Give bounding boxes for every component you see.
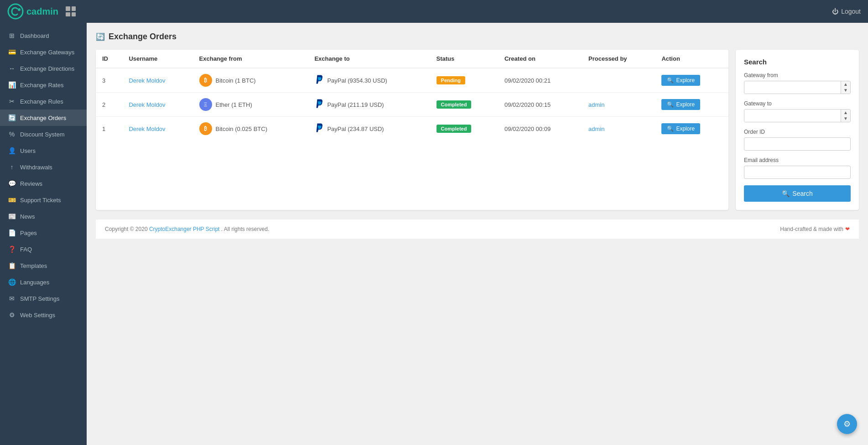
col-exchange-to: Exchange to: [308, 50, 430, 68]
power-icon: ⏻: [832, 8, 838, 15]
cell-status: Completed: [430, 93, 498, 117]
sidebar-item-exchange-rates[interactable]: 📊 Exchange Rates: [0, 77, 87, 93]
gateway-to-spin-up[interactable]: ▲: [841, 110, 850, 116]
cell-exchange-from: ₿Bitcoin (1 BTC): [193, 68, 308, 93]
col-action: Action: [655, 50, 728, 68]
cell-exchange-to: PayPal (9354.30 USD): [308, 68, 430, 93]
gateway-from-input[interactable]: [744, 81, 841, 94]
col-id: ID: [96, 50, 122, 68]
exchange-directions-icon: ↔: [8, 65, 16, 72]
sidebar-item-dashboard[interactable]: ⊞ Dashboard: [0, 27, 87, 44]
sidebar: ⊞ Dashboard 💳 Exchange Gateways ↔ Exchan…: [0, 23, 87, 445]
sidebar-item-users[interactable]: 👤 Users: [0, 142, 87, 159]
gateway-from-spin-up[interactable]: ▲: [841, 81, 850, 88]
sidebar-item-exchange-directions[interactable]: ↔ Exchange Directions: [0, 60, 87, 77]
paypal-icon: [314, 74, 323, 87]
user-link[interactable]: Derek Moldov: [129, 126, 165, 132]
settings-fab[interactable]: ⚙: [837, 414, 857, 434]
sidebar-item-smtp-settings[interactable]: ✉ SMTP Settings: [0, 290, 87, 307]
sidebar-label-reviews: Reviews: [20, 180, 42, 187]
table-row: 2Derek MoldovΞEther (1 ETH)PayPal (211.1…: [96, 93, 728, 117]
sidebar-item-reviews[interactable]: 💬 Reviews: [0, 175, 87, 192]
gateway-to-wrapper: ▲ ▼: [744, 109, 851, 122]
users-icon: 👤: [8, 147, 16, 154]
eth-icon: Ξ: [199, 98, 212, 111]
faq-icon: ❓: [8, 246, 16, 253]
sidebar-label-exchange-orders: Exchange Orders: [20, 115, 66, 121]
sidebar-item-faq[interactable]: ❓ FAQ: [0, 241, 87, 257]
orders-table-card: ID Username Exchange from Exchange to St…: [96, 50, 728, 210]
cell-exchange-to: PayPal (211.19 USD): [308, 93, 430, 117]
sidebar-item-templates[interactable]: 📋 Templates: [0, 257, 87, 274]
exchange-gateways-icon: 💳: [8, 48, 16, 56]
gateway-from-spin-down[interactable]: ▼: [841, 88, 850, 94]
col-exchange-from: Exchange from: [193, 50, 308, 68]
footer-link[interactable]: CryptoExchanger PHP Script: [149, 226, 220, 232]
content-wrapper: ID Username Exchange from Exchange to St…: [96, 50, 859, 210]
paypal-icon: [314, 99, 323, 111]
email-input[interactable]: [744, 166, 851, 179]
cell-username: Derek Moldov: [122, 93, 192, 117]
cell-action: 🔍 Explore: [655, 93, 728, 117]
settings-fab-icon: ⚙: [843, 419, 851, 429]
user-link[interactable]: Derek Moldov: [129, 101, 165, 108]
search-button[interactable]: 🔍 Search: [744, 185, 851, 202]
svg-point-0: [8, 4, 23, 19]
support-tickets-icon: 🎫: [8, 196, 16, 204]
sidebar-item-pages[interactable]: 📄 Pages: [0, 225, 87, 241]
footer-right: Hand-crafted & made with ❤: [780, 226, 850, 232]
sidebar-label-dashboard: Dashboard: [20, 32, 49, 39]
order-id-label: Order ID: [744, 129, 851, 135]
exchange-rates-icon: 📊: [8, 81, 16, 89]
logout-button[interactable]: ⏻ Logout: [832, 8, 861, 15]
dashboard-icon: ⊞: [8, 32, 16, 39]
cell-created-on: 09/02/2020 00:21: [498, 68, 582, 93]
order-id-input[interactable]: [744, 137, 851, 151]
web-settings-icon: ⚙: [8, 311, 16, 319]
btc-icon: ₿: [199, 122, 212, 135]
sidebar-item-discount-system[interactable]: % Discount System: [0, 126, 87, 142]
search-panel-title: Search: [744, 58, 851, 66]
sidebar-label-support-tickets: Support Tickets: [20, 197, 61, 204]
gateway-to-label: Gateway to: [744, 100, 851, 107]
cell-created-on: 09/02/2020 00:09: [498, 117, 582, 141]
cell-status: Pending: [430, 68, 498, 93]
status-badge: Pending: [437, 76, 465, 84]
logo: cadmin: [7, 3, 58, 20]
processed-by-link[interactable]: admin: [588, 101, 604, 108]
user-link[interactable]: Derek Moldov: [129, 77, 165, 84]
cell-id: 3: [96, 68, 122, 93]
explore-button[interactable]: 🔍 Explore: [661, 75, 700, 86]
sidebar-label-withdrawals: Withdrawals: [20, 164, 52, 171]
templates-icon: 📋: [8, 262, 16, 269]
sidebar-item-languages[interactable]: 🌐 Languages: [0, 274, 87, 290]
sidebar-item-exchange-orders[interactable]: 🔄 Exchange Orders: [0, 110, 87, 126]
table-body: 3Derek Moldov₿Bitcoin (1 BTC)PayPal (935…: [96, 68, 728, 141]
exchange-orders-icon: 🔄: [8, 114, 16, 121]
sidebar-item-exchange-rules[interactable]: ✂ Exchange Rules: [0, 93, 87, 110]
sidebar-label-languages: Languages: [20, 279, 49, 286]
table-row: 1Derek Moldov₿Bitcoin (0.025 BTC)PayPal …: [96, 117, 728, 141]
cell-id: 1: [96, 117, 122, 141]
gateway-to-input[interactable]: [744, 110, 841, 122]
gateway-from-label: Gateway from: [744, 72, 851, 79]
gateway-to-spin-down[interactable]: ▼: [841, 116, 850, 122]
sidebar-item-web-settings[interactable]: ⚙ Web Settings: [0, 307, 87, 323]
sidebar-item-support-tickets[interactable]: 🎫 Support Tickets: [0, 192, 87, 208]
explore-button[interactable]: 🔍 Explore: [661, 123, 700, 134]
gateway-from-spin: ▲ ▼: [841, 81, 850, 94]
sidebar-item-news[interactable]: 📰 News: [0, 208, 87, 225]
processed-by-link[interactable]: admin: [588, 126, 604, 132]
gateway-to-group: Gateway to ▲ ▼: [744, 100, 851, 122]
sidebar-item-withdrawals[interactable]: ↑ Withdrawals: [0, 159, 87, 175]
table-header: ID Username Exchange from Exchange to St…: [96, 50, 728, 68]
grid-toggle-icon[interactable]: [66, 6, 76, 16]
email-label: Email address: [744, 157, 851, 163]
news-icon: 📰: [8, 213, 16, 220]
footer-copyright: Copyright © 2020 CryptoExchanger PHP Scr…: [105, 226, 269, 232]
explore-button[interactable]: 🔍 Explore: [661, 99, 700, 110]
sidebar-label-exchange-directions: Exchange Directions: [20, 65, 74, 72]
sidebar-item-exchange-gateways[interactable]: 💳 Exchange Gateways: [0, 44, 87, 60]
search-panel: Search Gateway from ▲ ▼ Gateway to: [736, 50, 859, 210]
paypal-icon: [314, 123, 323, 135]
